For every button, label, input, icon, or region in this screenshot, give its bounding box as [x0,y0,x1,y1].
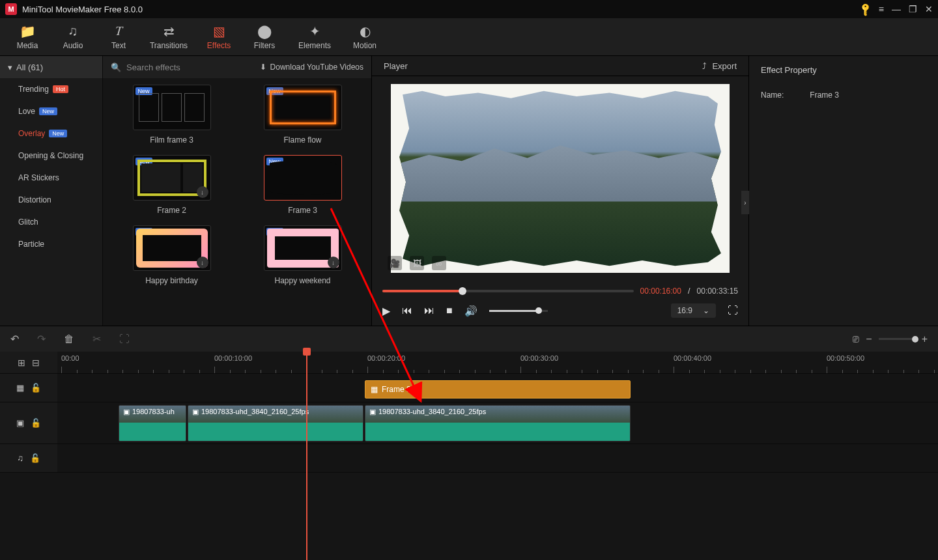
player-panel: Player ⤴Export 🎥 🖼 ∞ 00:00:16:00 / 00:00… [371,56,749,326]
export-button[interactable]: ⤴Export [702,61,737,71]
prop-name-label: Name: [761,91,784,100]
category-love[interactable]: LoveNew [0,100,102,122]
video-clip-3[interactable]: ▣19807833-uhd_3840_2160_25fps [365,405,631,441]
redo-button[interactable]: ↷ [37,333,46,345]
zoom-out-button[interactable]: − [866,333,872,345]
effect-flame-flow[interactable]: NewFlame flow [247,85,358,145]
cut-button[interactable]: ✂ [92,333,101,345]
delete-button[interactable]: 🗑 [64,333,74,345]
chevron-down-icon: ▾ [8,63,12,72]
badge-new: New [39,107,57,115]
category-glitch[interactable]: Glitch [0,211,102,233]
video-track-icon: ▣ [16,418,24,428]
tab-media[interactable]: 📁Media [5,21,50,53]
zoom-slider[interactable] [879,338,915,340]
tab-motion[interactable]: ◐Motion [343,21,387,53]
app-icon: M [5,3,17,15]
seek-bar[interactable] [382,290,634,292]
elements-icon: ✦ [309,24,320,38]
undo-button[interactable]: ↶ [10,333,19,345]
property-panel: › Effect Property Name: Frame 3 [749,56,938,326]
collapse-tracks-icon[interactable]: ⊟ [32,357,40,368]
fit-zoom-icon[interactable]: ⎚ [853,333,859,345]
video-clip-1[interactable]: ▣19807833-uh [119,405,186,441]
download-icon[interactable]: ↓ [197,257,208,268]
video-clip-2[interactable]: ▣19807833-uhd_3840_2160_25fps [188,405,363,441]
category-ar-stickers[interactable]: AR Stickers [0,167,102,189]
audio-track[interactable] [57,444,938,472]
maximize-button[interactable]: ❐ [909,4,917,14]
zoom-in-button[interactable]: + [922,333,928,345]
player-viewport: 🎥 🖼 ∞ [372,76,748,281]
close-button[interactable]: ✕ [925,4,933,14]
collapse-panel-button[interactable]: › [741,191,749,214]
effects-icon: ▧ [213,24,225,38]
clip-icon: ▣ [369,408,376,416]
search-input[interactable]: 🔍Search effects [111,63,180,72]
tab-audio[interactable]: ♫Audio [51,21,95,53]
category-list: ▾All (61) TrendingHot LoveNew OverlayNew… [0,56,103,326]
effect-frame-3[interactable]: NewFrame 3 [247,155,358,215]
app-title: MiniTool MovieMaker Free 8.0.0 [22,5,143,14]
prop-name-value: Frame 3 [810,91,839,100]
aspect-ratio-select[interactable]: 16:9⌄ [671,303,716,318]
stop-button[interactable]: ■ [446,305,453,316]
tab-effects[interactable]: ▧Effects [197,21,241,53]
effect-happy-weekend[interactable]: New↓Happy weekend [247,225,358,285]
fullscreen-button[interactable]: ⛶ [728,305,738,316]
overlay-clip-frame3[interactable]: ▦Frame 3 [365,380,631,399]
time-total: 00:00:33:15 [697,287,738,296]
lock-icon[interactable]: 🔓 [30,453,40,463]
category-distortion[interactable]: Distortion [0,189,102,211]
time-ruler[interactable]: 00:0000:00:10:0000:00:20:0000:00:30:0000… [57,352,938,373]
category-all[interactable]: ▾All (61) [0,56,102,78]
camera-icon[interactable]: 🎥 [388,256,402,270]
lock-icon[interactable]: 🔓 [31,383,41,393]
tab-transitions[interactable]: ⇄Transitions [142,21,195,53]
minimize-button[interactable]: — [892,4,901,14]
download-icon[interactable]: ↓ [328,257,339,268]
category-opening-closing[interactable]: Opening & Closing [0,145,102,167]
prev-button[interactable]: ⏮ [402,305,412,316]
browse-header: 🔍Search effects ⬇Download YouTube Videos [103,56,371,78]
menu-icon[interactable]: ≡ [879,4,884,14]
effects-panel: ▾All (61) TrendingHot LoveNew OverlayNew… [0,56,371,326]
audio-track-icon: ♫ [17,453,23,463]
clip-icon: ▦ [371,385,378,394]
download-icon: ⬇ [260,63,266,72]
license-key-icon[interactable]: 🔑 [858,1,873,16]
effect-film-frame-3[interactable]: NewFilm frame 3 [116,85,227,145]
play-button[interactable]: ▶ [382,305,390,317]
badge-new: New [49,130,67,137]
add-track-icon[interactable]: ⊞ [18,357,25,368]
property-title: Effect Property [749,65,938,87]
effect-happy-birthday[interactable]: New↓Happy birthday [116,225,227,285]
lock-icon[interactable]: 🔓 [31,418,41,428]
snapshot-icon[interactable]: 🖼 [410,256,424,270]
category-trending[interactable]: TrendingHot [0,78,102,100]
next-button[interactable]: ⏭ [424,305,434,316]
volume-slider[interactable] [489,310,548,312]
tab-filters[interactable]: ⬤Filters [242,21,287,53]
volume-icon[interactable]: 🔊 [464,305,477,317]
chevron-down-icon: ⌄ [703,306,709,315]
titlebar: M MiniTool MovieMaker Free 8.0.0 🔑 ≡ — ❐… [0,0,938,18]
timeline: ⊞ ⊟ 00:0000:00:10:0000:00:20:0000:00:30:… [0,352,938,560]
category-particle[interactable]: Particle [0,233,102,255]
crop-button[interactable]: ⛶ [119,333,130,345]
overlay-track[interactable]: ▦Frame 3 [57,374,938,402]
download-youtube-link[interactable]: ⬇Download YouTube Videos [260,63,363,72]
music-icon: ♫ [68,24,78,38]
video-track[interactable]: ▣19807833-uh ▣19807833-uhd_3840_2160_25f… [57,402,938,443]
effect-frame-2[interactable]: New↓Frame 2 [116,155,227,215]
download-icon[interactable]: ↓ [197,186,208,198]
time-current: 00:00:16:00 [640,287,681,296]
playhead[interactable] [306,352,307,560]
clip-icon: ▣ [123,408,130,416]
category-overlay[interactable]: OverlayNew [0,122,102,145]
tab-text[interactable]: 𝑇Text [96,21,141,53]
share-icon[interactable]: ∞ [432,256,446,270]
clip-icon: ▣ [192,408,199,416]
tab-elements[interactable]: ✦Elements [288,21,341,53]
transition-icon: ⇄ [163,24,175,38]
